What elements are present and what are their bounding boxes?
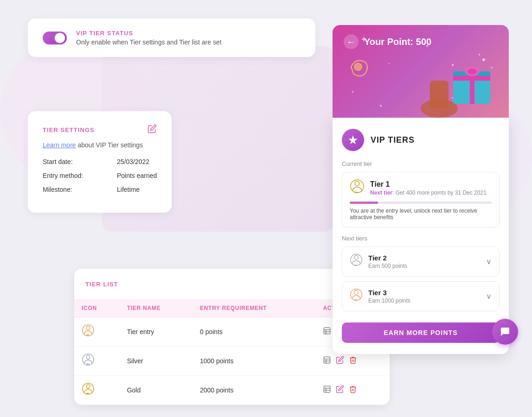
col-tier-name: TIER NAME — [120, 299, 192, 317]
vip-tier-toggle[interactable] — [43, 32, 67, 44]
svg-point-13 — [86, 385, 90, 388]
tier2-badge-icon — [350, 253, 363, 270]
view-icon[interactable] — [323, 327, 331, 337]
tier-entry-req: 0 points — [192, 317, 315, 347]
tier-silver-name: Silver — [120, 347, 192, 376]
tier2-req: Earn 500 points — [368, 263, 407, 269]
tier-learn-more: Learn more about VIP Tier settings — [43, 141, 157, 149]
tier-icon-cell — [74, 317, 120, 347]
tier2-next-info: Tier 2 Earn 500 points — [368, 254, 407, 269]
tier-gold-icon — [82, 386, 95, 398]
ribbon-deco — [346, 53, 374, 82]
tier-gold-icon-cell — [74, 376, 120, 405]
table-row: Gold 2000 points — [74, 376, 390, 405]
col-icon: ICON — [74, 299, 120, 317]
svg-point-7 — [86, 355, 90, 359]
tier-silver-icon — [82, 357, 95, 368]
tier1-name: Tier 1 — [370, 180, 487, 189]
learn-more-suffix: about VIP Tier settings — [76, 141, 143, 149]
tier1-progress-bar — [350, 202, 492, 204]
points-banner: ✦ ✦ ✦ ✦ ✦ ● ● ← Your Point: 500 — [333, 25, 509, 118]
svg-point-1 — [86, 326, 90, 330]
svg-text:✦: ✦ — [490, 66, 494, 70]
back-button[interactable]: ← — [344, 34, 359, 49]
entry-method-value: Points earned — [117, 172, 157, 179]
tier3-badge-icon — [350, 288, 363, 304]
tier3-next-row[interactable]: Tier 3 Earn 1000 points ∨ — [342, 281, 500, 311]
tier-settings-card: TIER SETTINGS Learn more about VIP Tier … — [28, 111, 172, 213]
tier-settings-title: TIER SETTINGS — [43, 126, 95, 133]
edit-icon[interactable] — [336, 356, 344, 366]
next-label: Next tier — [370, 190, 392, 196]
fab-button[interactable] — [492, 319, 518, 345]
vip-status-desc: Only enable when Tier settings and Tier … — [76, 38, 222, 46]
next-tiers-label: Next tiers — [342, 235, 500, 242]
star-deco-6: ● — [388, 62, 390, 65]
milestone-value: Lifetime — [117, 186, 140, 193]
star-deco-4: ✦ — [351, 90, 354, 94]
tier2-name: Tier 2 — [368, 254, 407, 262]
tier-settings-edit-button[interactable] — [147, 124, 157, 136]
tier1-card-row: Tier 1 Next tier: Get 400 more points by… — [350, 179, 492, 197]
svg-point-31 — [355, 181, 359, 186]
vip-tiers-panel: VIP TIERS Current tier Tier 1 Next tie — [333, 118, 509, 354]
svg-rect-19 — [430, 81, 449, 108]
star-deco-5: ✦ — [379, 103, 383, 108]
vip-tiers-header: VIP TIERS — [342, 129, 500, 151]
tier2-next-row[interactable]: Tier 2 Earn 500 points ∨ — [342, 246, 500, 277]
vip-status-title: VIP TIER STATUS — [76, 30, 222, 37]
svg-rect-14 — [324, 386, 331, 392]
tier1-current-card: Tier 1 Next tier: Get 400 more points by… — [342, 172, 500, 227]
tier1-card-info: Tier 1 Next tier: Get 400 more points by… — [370, 180, 487, 196]
tier3-name: Tier 3 — [368, 289, 410, 297]
col-entry-req: ENTRY REQUIREMENT — [192, 299, 315, 317]
milestone-label: Milestone: — [43, 186, 117, 193]
tier-gold-name: Gold — [120, 376, 192, 405]
phone-panel: ✦ ✦ ✦ ✦ ✦ ● ● ← Your Point: 500 — [333, 25, 509, 354]
vip-tiers-icon — [342, 129, 364, 151]
entry-method-label: Entry method: — [43, 172, 117, 179]
view-icon[interactable] — [323, 356, 331, 366]
tier-entry-icon — [82, 328, 95, 339]
view-icon[interactable] — [323, 385, 331, 396]
vip-status-text: VIP TIER STATUS Only enable when Tier se… — [76, 30, 222, 46]
gift-area: ✦ ✦ ✦ — [416, 44, 509, 118]
tier3-next-left: Tier 3 Earn 1000 points — [350, 288, 410, 304]
delete-icon[interactable] — [349, 356, 357, 366]
tier-gold-req: 2000 points — [192, 376, 315, 405]
tier1-next-info: Next tier: Get 400 more points by 31 Dec… — [370, 190, 487, 196]
tier-gold-actions — [315, 376, 390, 405]
tier-milestone-field: Milestone: Lifetime — [43, 186, 157, 193]
start-date-label: Start date: — [43, 158, 117, 165]
tier1-badge-icon — [350, 179, 365, 197]
tier3-next-info: Tier 3 Earn 1000 points — [368, 289, 410, 304]
svg-rect-8 — [324, 357, 331, 363]
tier1-progress-fill — [350, 202, 378, 204]
tier2-next-left: Tier 2 Earn 500 points — [350, 253, 407, 270]
tier3-req: Earn 1000 points — [368, 297, 410, 304]
tier-entry-method-field: Entry method: Points earned — [43, 172, 157, 179]
delete-icon[interactable] — [349, 385, 357, 396]
svg-point-35 — [354, 290, 359, 294]
vip-status-card: VIP TIER STATUS Only enable when Tier se… — [28, 19, 315, 57]
tier-entry-name: Tier entry — [120, 317, 192, 347]
edit-icon[interactable] — [336, 385, 344, 396]
svg-point-29 — [354, 63, 362, 70]
tier-start-date-field: Start date: 25/03/2022 — [43, 158, 157, 165]
tier3-chevron-icon: ∨ — [486, 292, 492, 301]
tier-list-title: TIER LIST — [85, 281, 118, 288]
tier-silver-icon-cell — [74, 347, 120, 376]
earn-points-button[interactable]: EARN MORE POINTS — [342, 322, 500, 343]
vip-tiers-label: VIP TIERS — [371, 135, 415, 145]
next-desc: : Get 400 more points by 31 Dec 2021 — [392, 190, 487, 196]
svg-text:✦: ✦ — [451, 63, 455, 68]
svg-rect-23 — [453, 76, 490, 81]
svg-point-33 — [354, 255, 359, 259]
current-tier-label: Current tier — [342, 160, 500, 167]
tier1-desc: You are at the entry level, unlock next … — [350, 208, 492, 221]
tier2-chevron-icon: ∨ — [486, 257, 492, 266]
learn-more-link[interactable]: Learn more — [43, 141, 76, 149]
svg-text:✦: ✦ — [481, 56, 487, 63]
tier-silver-req: 1000 points — [192, 347, 315, 376]
svg-rect-2 — [324, 328, 331, 334]
